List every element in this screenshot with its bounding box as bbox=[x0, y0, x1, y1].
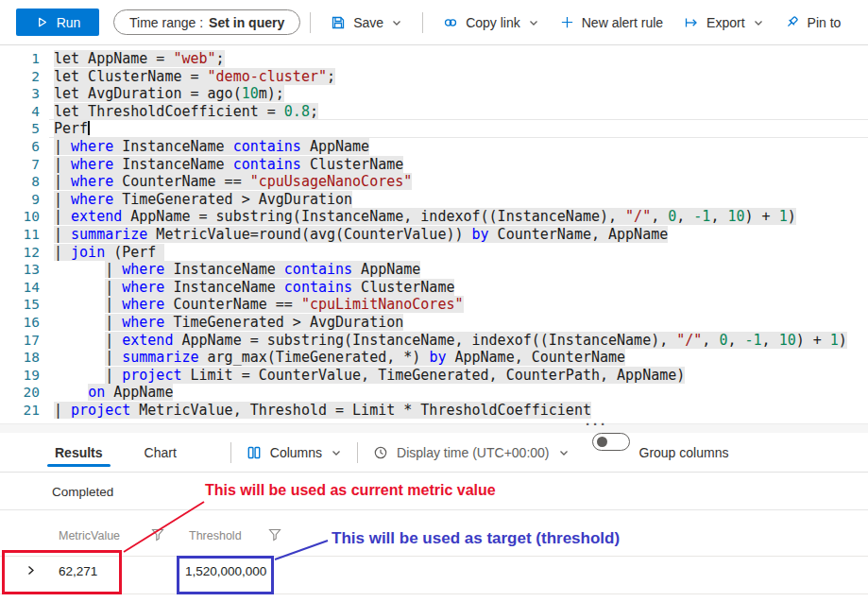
results-bar-divider bbox=[357, 442, 358, 463]
kql-query-editor[interactable]: 1let AppName = "web";2let ClusterName = … bbox=[0, 45, 868, 433]
run-label: Run bbox=[57, 15, 81, 30]
time-range-label: Time range : bbox=[129, 15, 203, 30]
code-line[interactable]: 13 | where InstanceName contains AppName bbox=[0, 261, 868, 279]
code-line[interactable]: 9| where TimeGenerated > AvgDuration bbox=[0, 191, 868, 209]
code-line[interactable]: 11| summarize MetricValue=round(avg(Coun… bbox=[0, 226, 868, 244]
filter-icon[interactable] bbox=[151, 528, 164, 542]
filter-icon[interactable] bbox=[268, 528, 281, 542]
code-line[interactable]: 4let ThresholdCoefficient = 0.8; bbox=[0, 103, 868, 121]
status-text: Completed bbox=[52, 485, 113, 499]
line-number: 15 bbox=[0, 296, 40, 314]
line-number: 5 bbox=[0, 120, 40, 138]
toolbar-divider bbox=[422, 12, 423, 33]
export-button[interactable]: Export bbox=[673, 0, 774, 44]
line-number: 19 bbox=[0, 367, 40, 385]
annotation-metric-note: This will be used as current metric valu… bbox=[205, 482, 496, 499]
code-line[interactable]: 7| where InstanceName contains ClusterNa… bbox=[0, 156, 868, 174]
line-number: 11 bbox=[0, 226, 40, 244]
code-line[interactable]: 20 on AppName bbox=[0, 384, 868, 402]
editor-results-splitter[interactable]: ··· bbox=[0, 423, 868, 433]
line-number: 20 bbox=[0, 384, 40, 402]
run-button[interactable]: Run bbox=[16, 9, 99, 36]
code-line[interactable]: 12| join (Perf bbox=[0, 244, 868, 262]
grid-divider bbox=[0, 593, 868, 594]
code-line[interactable]: 5Perf bbox=[0, 120, 868, 138]
code-line[interactable]: 15 | where CounterName == "cpuLimitNanoC… bbox=[0, 296, 868, 314]
chevron-down-icon bbox=[558, 447, 570, 458]
tab-results[interactable]: Results bbox=[52, 433, 106, 472]
time-range-value: Set in query bbox=[209, 15, 284, 30]
code-line[interactable]: 19 | project Limit = CounterValue, TimeG… bbox=[0, 367, 868, 385]
display-time-label: Display time (UTC+00:00) bbox=[397, 445, 549, 460]
code-line[interactable]: 3let AvgDuration = ago(10m); bbox=[0, 85, 868, 103]
tab-chart-label: Chart bbox=[145, 445, 177, 460]
line-number: 14 bbox=[0, 279, 40, 297]
code-line[interactable]: 1let AppName = "web"; bbox=[0, 50, 868, 68]
line-number: 10 bbox=[0, 208, 40, 226]
results-toolbar: Results Chart Columns Display tim bbox=[0, 433, 868, 473]
line-number: 3 bbox=[0, 85, 40, 103]
code-line[interactable]: 18 | summarize arg_max(TimeGenerated, *)… bbox=[0, 349, 868, 367]
annotation-threshold-note: This will be used as target (threshold) bbox=[332, 529, 620, 548]
pin-to-label: Pin to bbox=[808, 15, 842, 30]
line-number: 21 bbox=[0, 402, 40, 420]
column-header-threshold[interactable]: Threshold bbox=[189, 529, 242, 542]
code-lines: 1let AppName = "web";2let ClusterName = … bbox=[0, 45, 868, 419]
row-expander-icon[interactable] bbox=[25, 564, 37, 576]
code-line[interactable]: 14 | where InstanceName contains Cluster… bbox=[0, 279, 868, 297]
play-icon bbox=[35, 15, 49, 29]
new-alert-rule-button[interactable]: New alert rule bbox=[550, 0, 673, 44]
query-editor-page: Run Time range : Set in query Save bbox=[0, 0, 868, 602]
line-number: 12 bbox=[0, 244, 40, 262]
code-line[interactable]: 6| where InstanceName contains AppName bbox=[0, 138, 868, 156]
group-columns-label: Group columns bbox=[639, 445, 729, 460]
columns-icon bbox=[247, 445, 262, 460]
columns-label: Columns bbox=[270, 445, 322, 460]
export-label: Export bbox=[706, 15, 744, 30]
tab-results-label: Results bbox=[55, 445, 103, 460]
display-time-button[interactable]: Display time (UTC+00:00) bbox=[373, 433, 569, 472]
toggle-knob bbox=[597, 437, 607, 447]
group-columns-label-wrap: Group columns bbox=[639, 433, 729, 472]
code-line[interactable]: 10| extend AppName = substring(InstanceN… bbox=[0, 208, 868, 226]
line-number: 8 bbox=[0, 173, 40, 191]
copy-link-label: Copy link bbox=[466, 15, 520, 30]
code-line[interactable]: 17 | extend AppName = substring(Instance… bbox=[0, 332, 868, 350]
code-line[interactable]: 16 | where TimeGenerated > AvgDuration bbox=[0, 314, 868, 332]
text-cursor bbox=[88, 121, 90, 135]
chevron-down-icon bbox=[391, 17, 402, 28]
line-number: 4 bbox=[0, 103, 40, 121]
link-icon bbox=[443, 15, 458, 30]
line-number: 6 bbox=[0, 138, 40, 156]
grid-divider bbox=[0, 556, 868, 557]
line-number: 16 bbox=[0, 314, 40, 332]
code-line[interactable]: 21| project MetricValue, Threshold = Lim… bbox=[0, 402, 868, 420]
code-line[interactable]: 2let ClusterName = "demo-cluster"; bbox=[0, 68, 868, 86]
splitter-handle-icon[interactable]: ··· bbox=[586, 418, 608, 431]
column-header-metricvalue[interactable]: MetricValue bbox=[59, 529, 120, 542]
columns-button[interactable]: Columns bbox=[247, 433, 342, 472]
plus-icon bbox=[560, 15, 574, 29]
line-number: 7 bbox=[0, 156, 40, 174]
line-number: 13 bbox=[0, 261, 40, 279]
line-number: 1 bbox=[0, 50, 40, 68]
pin-to-button[interactable]: Pin to bbox=[774, 0, 852, 44]
export-icon bbox=[684, 15, 699, 30]
results-bar-divider bbox=[230, 442, 231, 463]
group-columns-toggle[interactable] bbox=[592, 433, 630, 451]
code-line[interactable]: 8| where CounterName == "cpuUsageNanoCor… bbox=[0, 173, 868, 191]
save-button[interactable]: Save bbox=[320, 0, 413, 44]
query-toolbar: Run Time range : Set in query Save bbox=[0, 0, 868, 45]
toolbar-divider bbox=[310, 12, 311, 33]
pin-icon bbox=[785, 15, 800, 30]
cell-metricvalue[interactable]: 62,271 bbox=[59, 564, 97, 578]
tab-chart[interactable]: Chart bbox=[142, 433, 179, 472]
line-number: 18 bbox=[0, 349, 40, 367]
line-number: 2 bbox=[0, 68, 40, 86]
copy-link-button[interactable]: Copy link bbox=[433, 0, 550, 44]
time-range-picker[interactable]: Time range : Set in query bbox=[113, 9, 300, 35]
clock-icon bbox=[373, 445, 388, 460]
save-label: Save bbox=[353, 15, 383, 30]
results-grid: MetricValue Threshold 62,271 1,520,000,0… bbox=[0, 510, 868, 602]
cell-threshold[interactable]: 1,520,000,000 bbox=[185, 564, 266, 578]
